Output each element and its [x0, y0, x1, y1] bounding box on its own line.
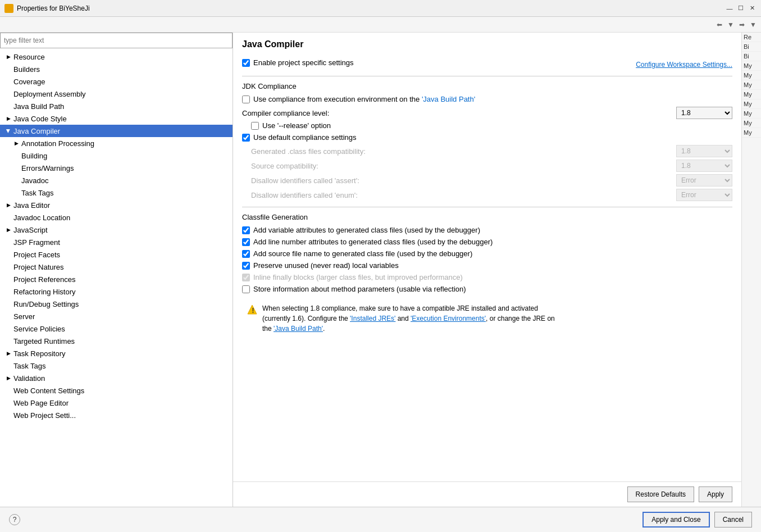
sidebar-item-javadoc-location[interactable]: Javadoc Location — [0, 211, 233, 224]
sidebar-item-label: Deployment Assembly — [13, 90, 86, 98]
dialog-bottom-buttons: Apply and Close Cancel — [642, 512, 752, 528]
generated-class-dropdown[interactable]: 1.8 — [676, 145, 732, 157]
configure-workspace-link[interactable]: Configure Workspace Settings... — [636, 61, 732, 69]
disallow-assert-label: Disallow identifiers called 'assert': — [251, 176, 676, 185]
strip-item-bi1: Bi — [742, 42, 761, 52]
use-default-compliance-checkbox[interactable] — [242, 134, 250, 142]
check1-checkbox[interactable] — [242, 226, 250, 234]
sidebar-item-coverage[interactable]: Coverage — [0, 75, 233, 88]
sidebar-item-label: Javadoc Location — [13, 213, 70, 222]
use-release-row: Use '--release' option — [251, 121, 732, 130]
check4-checkbox[interactable] — [242, 262, 250, 270]
disallow-assert-dropdown[interactable]: Error — [676, 174, 732, 187]
tree-arrow-refactoring — [4, 288, 12, 295]
sidebar-item-label: Java Build Path — [13, 102, 64, 111]
sidebar-item-targeted-runtimes[interactable]: Targeted Runtimes — [0, 335, 233, 347]
sidebar-item-building[interactable]: Building — [0, 149, 233, 162]
right-bottom-buttons: Restore Defaults Apply — [233, 481, 741, 507]
sidebar-item-validation[interactable]: ▶ Validation — [0, 372, 233, 384]
strip-item-bi2: Bi — [742, 52, 761, 61]
back-button[interactable]: ⬅ — [714, 19, 725, 30]
dialog-bottom: ? Apply and Close Cancel — [0, 507, 761, 532]
sidebar-item-refactoring-history[interactable]: Refactoring History — [0, 285, 233, 298]
check3-checkbox[interactable] — [242, 250, 250, 258]
sidebar-item-project-facets[interactable]: Project Facets — [0, 248, 233, 261]
apply-and-close-button[interactable]: Apply and Close — [642, 512, 709, 528]
sidebar-item-javascript[interactable]: ▶ JavaScript — [0, 224, 233, 236]
disallow-enum-dropdown[interactable]: Error — [676, 189, 732, 201]
sidebar-item-project-natures[interactable]: Project Natures — [0, 261, 233, 273]
strip-item-my6: My — [742, 109, 761, 119]
app-icon — [4, 4, 13, 13]
cancel-button[interactable]: Cancel — [714, 512, 752, 528]
sidebar-item-label: Builders — [13, 65, 40, 74]
compiler-compliance-label: Compiler compliance level: — [242, 109, 676, 117]
check5-row: Inline finally blocks (larger class file… — [242, 273, 732, 281]
java-build-path-link2[interactable]: 'Java Build Path' — [274, 325, 323, 333]
sidebar-item-label: Errors/Warnings — [21, 164, 74, 172]
sidebar-item-task-tags[interactable]: Task Tags — [0, 360, 233, 372]
restore-defaults-button[interactable]: Restore Defaults — [627, 486, 694, 502]
sidebar-item-task-tags-child[interactable]: Task Tags — [0, 187, 233, 199]
sidebar-item-annotation-processing[interactable]: ▶ Annotation Processing — [0, 137, 233, 149]
sidebar-item-web-content-settings[interactable]: Web Content Settings — [0, 384, 233, 397]
warning-text: When selecting 1.8 compliance, make sure… — [262, 303, 555, 334]
java-build-path-link1[interactable]: 'Java Build Path' — [422, 95, 475, 103]
use-default-compliance-row: Use default compliance settings — [242, 133, 732, 142]
forward-button[interactable]: ➡ — [736, 19, 748, 30]
sidebar-item-label: Task Tags — [21, 189, 54, 197]
sidebar-item-jsp-fragment[interactable]: JSP Fragment — [0, 236, 233, 248]
sidebar-item-server[interactable]: Server — [0, 310, 233, 322]
sidebar-item-label: Building — [21, 152, 47, 160]
sidebar-item-java-compiler[interactable]: ▶ Java Compiler — [0, 125, 233, 137]
sidebar-item-web-page-editor[interactable]: Web Page Editor — [0, 397, 233, 409]
sidebar-item-javadoc[interactable]: Javadoc — [0, 174, 233, 187]
apply-button[interactable]: Apply — [699, 486, 732, 502]
source-compat-dropdown[interactable]: 1.8 — [676, 160, 732, 172]
use-default-compliance-label: Use default compliance settings — [253, 133, 357, 142]
filter-input[interactable] — [0, 33, 233, 48]
forward-dropdown-button[interactable]: ▼ — [748, 19, 759, 30]
right-panel: Java Compiler Enable project specific se… — [233, 33, 741, 507]
use-release-checkbox[interactable] — [251, 122, 259, 130]
check6-checkbox[interactable] — [242, 285, 250, 293]
content-area: ▶ Resource Builders Coverage Deployment … — [0, 33, 761, 507]
sidebar-item-java-code-style[interactable]: ▶ Java Code Style — [0, 112, 233, 125]
source-compat-label: Source compatibility: — [251, 162, 676, 170]
page-title: Java Compiler — [242, 39, 732, 53]
exec-env-link[interactable]: 'Execution Environments' — [411, 315, 486, 322]
sidebar-item-service-policies[interactable]: Service Policies — [0, 322, 233, 335]
close-button[interactable]: ✕ — [748, 4, 757, 13]
sidebar-item-deployment-assembly[interactable]: Deployment Assembly — [0, 88, 233, 100]
check6-label: Store information about method parameter… — [253, 285, 466, 293]
compiler-compliance-dropdown[interactable]: 1.8 — [676, 107, 732, 119]
installed-jres-link[interactable]: 'Installed JREs' — [350, 315, 395, 322]
disallow-assert-row: Disallow identifiers called 'assert': Er… — [251, 174, 732, 187]
help-button[interactable]: ? — [9, 514, 20, 525]
check1-label: Add variable attributes to generated cla… — [253, 226, 480, 234]
tree-view: ▶ Resource Builders Coverage Deployment … — [0, 48, 233, 507]
check2-checkbox[interactable] — [242, 238, 250, 246]
tree-arrow-task-repo: ▶ — [4, 349, 12, 357]
sidebar-item-builders[interactable]: Builders — [0, 63, 233, 75]
check5-checkbox[interactable] — [242, 274, 250, 281]
back-dropdown-button[interactable]: ▼ — [725, 19, 736, 30]
tree-arrow-task-tags-child — [12, 189, 20, 197]
use-compliance-checkbox[interactable] — [242, 96, 250, 103]
sidebar-item-errors-warnings[interactable]: Errors/Warnings — [0, 162, 233, 174]
sidebar-item-run-debug[interactable]: Run/Debug Settings — [0, 298, 233, 310]
sidebar-item-task-repository[interactable]: ▶ Task Repository — [0, 347, 233, 360]
enable-project-specific-checkbox[interactable] — [242, 59, 250, 67]
sidebar-item-label: Javadoc — [21, 176, 48, 185]
sidebar-item-project-references[interactable]: Project References — [0, 273, 233, 285]
maximize-button[interactable]: ☐ — [736, 4, 745, 13]
sidebar-item-java-editor[interactable]: ▶ Java Editor — [0, 199, 233, 211]
minimize-button[interactable]: — — [725, 4, 734, 13]
strip-item-my2: My — [742, 71, 761, 80]
warning-icon: ! — [247, 304, 258, 315]
tree-arrow-web-page — [4, 399, 12, 407]
tree-arrow-web-content — [4, 387, 12, 394]
sidebar-item-resource[interactable]: ▶ Resource — [0, 51, 233, 63]
sidebar-item-web-project-settings[interactable]: Web Project Setti... — [0, 409, 233, 421]
sidebar-item-java-build-path[interactable]: Java Build Path — [0, 100, 233, 112]
